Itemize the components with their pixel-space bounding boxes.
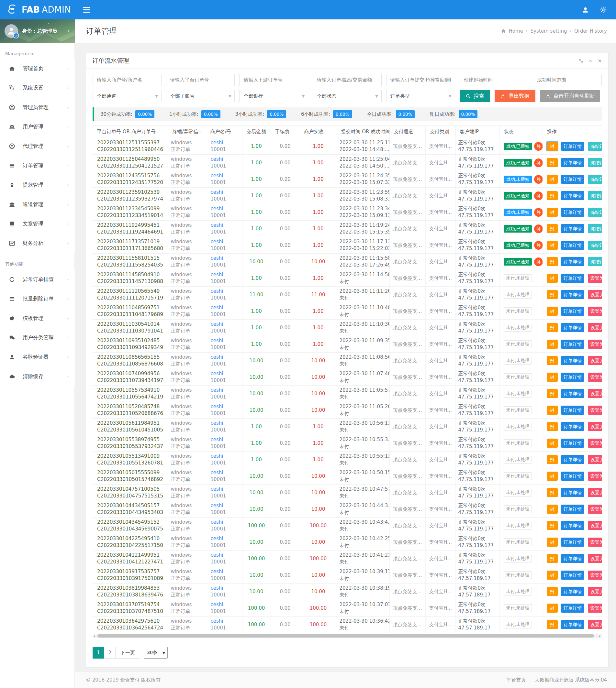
order-detail-button[interactable]: 订单详情 xyxy=(561,603,584,613)
merchant-name-link[interactable]: ceshi xyxy=(211,601,240,608)
row-third-action-button[interactable]: 设置为已支付 xyxy=(588,406,602,415)
sidebar-menu-item[interactable]: 用户分类管理 › xyxy=(0,328,75,347)
row-third-action-button[interactable]: 冻结订单 xyxy=(588,208,602,217)
merchant-name-link[interactable]: ceshi xyxy=(211,238,240,245)
filter-input[interactable] xyxy=(386,74,455,86)
order-detail-button[interactable]: 订单详情 xyxy=(561,455,584,464)
row-third-action-button[interactable]: 设置为已支付 xyxy=(588,356,602,365)
card-close-icon[interactable] xyxy=(597,59,602,63)
seal-button[interactable]: 封 xyxy=(547,373,558,382)
seal-button[interactable]: 封 xyxy=(547,208,558,217)
row-third-action-button[interactable]: 设置为已支付 xyxy=(588,274,602,283)
seal-button[interactable]: 封 xyxy=(547,505,558,514)
seal-button[interactable]: 封 xyxy=(547,439,558,448)
seal-button[interactable]: 封 xyxy=(547,571,558,580)
row-third-action-button[interactable]: 设置为已支付 xyxy=(588,587,602,596)
order-detail-button[interactable]: 订单详情 xyxy=(561,537,584,547)
card-fullscreen-icon[interactable] xyxy=(579,59,583,63)
merchant-name-link[interactable]: ceshi xyxy=(211,354,240,361)
filter-input[interactable] xyxy=(239,74,308,86)
merchant-name-link[interactable]: ceshi xyxy=(211,189,240,196)
row-third-action-button[interactable]: 设置为已支付 xyxy=(588,488,602,497)
row-third-action-button[interactable]: 设置为已支付 xyxy=(588,439,602,448)
scroll-right-arrow-icon[interactable]: ▸ xyxy=(599,634,601,638)
order-detail-button[interactable]: 订单详情 xyxy=(561,554,584,563)
resend-notify-button[interactable]: 补 xyxy=(534,142,543,151)
seal-button[interactable]: 封 xyxy=(547,620,558,629)
filter-select[interactable]: 全部子账号 ▼ xyxy=(166,90,235,102)
seal-button[interactable]: 封 xyxy=(547,191,558,200)
order-detail-button[interactable]: 订单详情 xyxy=(561,389,584,398)
merchant-name-link[interactable]: ceshi xyxy=(211,552,240,558)
next-page-button[interactable]: 下一页 xyxy=(115,647,140,659)
row-third-action-button[interactable]: 设置为已支付 xyxy=(588,505,602,514)
row-third-action-button[interactable]: 冻结订单 xyxy=(588,175,602,184)
order-detail-button[interactable]: 订单详情 xyxy=(561,422,584,431)
merchant-name-link[interactable]: ceshi xyxy=(211,173,240,179)
merchant-name-link[interactable]: ceshi xyxy=(211,453,240,460)
seal-button[interactable]: 封 xyxy=(547,603,558,613)
user-identity-banner[interactable]: 身份：总管理员 › xyxy=(0,19,75,43)
order-detail-button[interactable]: 订单详情 xyxy=(561,191,584,200)
merchant-name-link[interactable]: ceshi xyxy=(211,222,240,229)
filter-input[interactable] xyxy=(93,74,161,86)
resend-notify-button[interactable]: 补 xyxy=(534,159,543,167)
order-detail-button[interactable]: 订单详情 xyxy=(561,142,584,151)
order-detail-button[interactable]: 订单详情 xyxy=(561,240,584,250)
card-collapse-icon[interactable] xyxy=(588,59,593,63)
seal-button[interactable]: 封 xyxy=(547,587,558,596)
row-third-action-button[interactable]: 设置为已支付 xyxy=(588,389,602,398)
order-detail-button[interactable]: 订单详情 xyxy=(561,340,584,349)
sidebar-menu-item[interactable]: 谷歌验证器 › xyxy=(0,347,75,367)
merchant-name-link[interactable]: ceshi xyxy=(211,436,240,443)
merchant-name-link[interactable]: ceshi xyxy=(211,535,240,542)
sidebar-menu-item[interactable]: 管理首页 › xyxy=(0,59,75,78)
merchant-name-link[interactable]: ceshi xyxy=(211,255,240,262)
order-detail-button[interactable]: 订单详情 xyxy=(561,175,584,184)
row-third-action-button[interactable]: 设置为已支付 xyxy=(588,537,602,547)
order-detail-button[interactable]: 订单详情 xyxy=(561,224,584,233)
order-detail-button[interactable]: 订单详情 xyxy=(561,472,584,481)
merchant-name-link[interactable]: ceshi xyxy=(211,469,240,476)
order-detail-button[interactable]: 订单详情 xyxy=(561,620,584,629)
order-detail-button[interactable]: 订单详情 xyxy=(561,307,584,316)
row-third-action-button[interactable]: 设置为已支付 xyxy=(588,554,602,563)
row-third-action-button[interactable]: 冻结订单 xyxy=(588,191,602,200)
seal-button[interactable]: 封 xyxy=(547,472,558,481)
export-data-button[interactable]: 导出数据 xyxy=(494,90,535,102)
seal-button[interactable]: 封 xyxy=(547,323,558,332)
order-detail-button[interactable]: 订单详情 xyxy=(561,290,584,299)
row-third-action-button[interactable]: 设置为已支付 xyxy=(588,373,602,382)
seal-button[interactable]: 封 xyxy=(547,142,558,151)
order-detail-button[interactable]: 订单详情 xyxy=(561,488,584,497)
order-detail-button[interactable]: 订单详情 xyxy=(561,406,584,415)
sidebar-menu-item[interactable]: 文章管理 › xyxy=(0,214,75,233)
seal-button[interactable]: 封 xyxy=(547,554,558,563)
row-third-action-button[interactable]: 冻结订单 xyxy=(588,257,602,266)
order-detail-button[interactable]: 订单详情 xyxy=(561,587,584,596)
seal-button[interactable]: 封 xyxy=(547,158,558,167)
filter-input[interactable] xyxy=(533,74,602,86)
scrollbar-thumb[interactable] xyxy=(97,634,594,638)
merchant-name-link[interactable]: ceshi xyxy=(211,321,240,328)
sidebar-menu-item[interactable]: 清除缓存 › xyxy=(0,367,75,386)
merchant-name-link[interactable]: ceshi xyxy=(211,420,240,427)
merchant-name-link[interactable]: ceshi xyxy=(211,205,240,212)
resend-notify-button[interactable]: 补 xyxy=(534,191,543,200)
filter-select[interactable]: 订单类型 ▼ xyxy=(386,90,455,102)
footer-home-link[interactable]: 平台首页 xyxy=(507,677,526,683)
auto-refresh-button[interactable]: 点击开启自动刷新 xyxy=(540,90,600,102)
seal-button[interactable]: 封 xyxy=(547,175,558,184)
merchant-name-link[interactable]: ceshi xyxy=(211,139,240,146)
identity-chevron-right-icon[interactable]: › xyxy=(68,28,70,34)
row-third-action-button[interactable]: 设置为已支付 xyxy=(588,323,602,332)
merchant-name-link[interactable]: ceshi xyxy=(211,502,240,509)
horizontal-scrollbar[interactable]: ◂ ▸ xyxy=(93,634,602,638)
seal-button[interactable]: 封 xyxy=(547,340,558,349)
seal-button[interactable]: 封 xyxy=(547,537,558,547)
row-third-action-button[interactable]: 设置为已支付 xyxy=(588,472,602,481)
order-detail-button[interactable]: 订单详情 xyxy=(561,356,584,365)
filter-input[interactable] xyxy=(460,74,529,86)
seal-button[interactable]: 封 xyxy=(547,455,558,464)
sidebar-menu-item[interactable]: 异常订单排查 › xyxy=(0,270,75,289)
